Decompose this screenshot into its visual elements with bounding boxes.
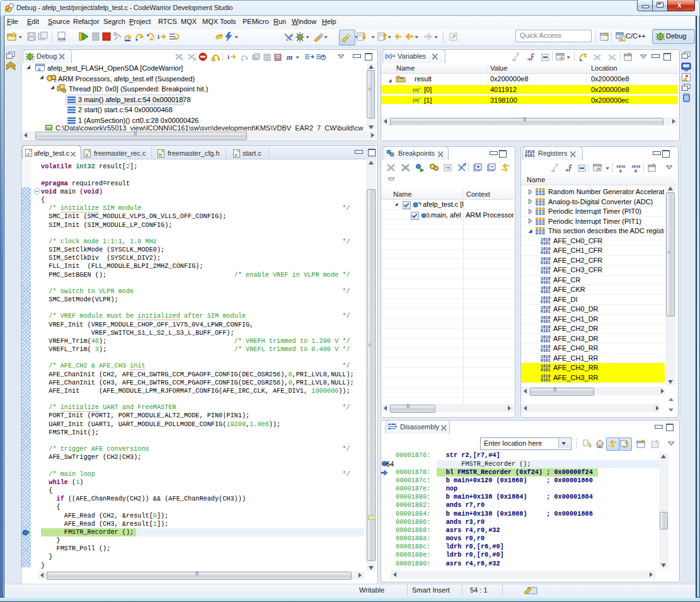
svg-text:0101: 0101 xyxy=(541,261,551,265)
svg-text:010: 010 xyxy=(59,37,66,42)
svg-text:0101: 0101 xyxy=(541,378,551,382)
svg-text:.c: .c xyxy=(26,152,30,156)
svg-text:(x): (x) xyxy=(413,87,419,93)
svg-text:.c: .c xyxy=(84,153,88,157)
svg-text:0101: 0101 xyxy=(541,349,551,352)
svg-text:0101: 0101 xyxy=(525,154,535,158)
svg-text:m: m xyxy=(287,53,292,61)
svg-text:0101: 0101 xyxy=(541,359,551,362)
svg-text:0101: 0101 xyxy=(541,241,551,245)
svg-text:0101: 0101 xyxy=(541,251,551,255)
svg-text:1010: 1010 xyxy=(631,165,641,169)
svg-text:C: C xyxy=(621,37,624,41)
svg-text:0101: 0101 xyxy=(541,310,551,313)
svg-text:=: = xyxy=(419,96,422,100)
svg-text:.c: .c xyxy=(234,153,238,157)
svg-text:0101: 0101 xyxy=(541,281,551,284)
svg-text:0101: 0101 xyxy=(541,329,551,333)
svg-text:h: h xyxy=(159,152,162,158)
svg-text:c: c xyxy=(38,66,41,72)
svg-text:=: = xyxy=(419,86,422,90)
svg-text:0101: 0101 xyxy=(541,300,551,304)
svg-text:0101: 0101 xyxy=(541,290,551,294)
svg-text:i: i xyxy=(227,53,229,61)
svg-text:0101: 0101 xyxy=(541,339,551,343)
svg-text:1010: 1010 xyxy=(616,165,626,169)
svg-text:0101: 0101 xyxy=(541,270,551,274)
svg-text:(x): (x) xyxy=(413,97,419,103)
svg-text:0101: 0101 xyxy=(541,320,551,323)
svg-text:0101: 0101 xyxy=(541,368,551,372)
svg-text:i: i xyxy=(158,33,159,40)
